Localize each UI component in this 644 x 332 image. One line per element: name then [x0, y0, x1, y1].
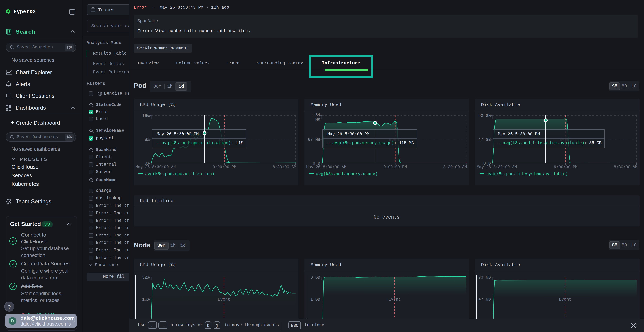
svg-text:93 GB: 93 GB	[478, 275, 491, 280]
svg-text:3 GB: 3 GB	[310, 275, 320, 280]
svg-text:1 GB: 1 GB	[310, 297, 320, 302]
svg-text:8:30:00 AM: 8:30:00 AM	[443, 165, 467, 170]
svg-text:134: 134	[313, 113, 320, 117]
svg-text:8%: 8%	[144, 138, 150, 142]
svg-text:8:30:00 AM: 8:30:00 AM	[614, 165, 638, 170]
svg-text:avg(k8s.pod.filesystem.availab: avg(k8s.pod.filesystem.available)	[486, 172, 568, 176]
svg-text:Event: Event	[559, 297, 571, 302]
svg-text:May 26 8:30:00 AM: May 26 8:30:00 AM	[306, 165, 346, 170]
svg-text:8:30:00 AM: 8:30:00 AM	[273, 165, 296, 170]
svg-text:Event: Event	[218, 297, 230, 302]
svg-text:avg(k8s.pod.cpu.utilization): avg(k8s.pod.cpu.utilization)	[145, 172, 214, 176]
svg-text:93 GB: 93 GB	[478, 114, 491, 118]
svg-text:9:00:00 PM: 9:00:00 PM	[554, 165, 578, 170]
svg-text:9:00:00 PM: 9:00:00 PM	[213, 165, 236, 170]
svg-text:Event: Event	[388, 297, 401, 302]
svg-text:47 GB: 47 GB	[478, 297, 491, 302]
svg-text:9:00:00 PM: 9:00:00 PM	[383, 165, 407, 170]
svg-text:67 MB: 67 MB	[308, 138, 320, 142]
svg-text:47 GB: 47 GB	[478, 138, 491, 142]
svg-text:16%: 16%	[142, 114, 150, 118]
svg-text:May 26 8:30:00 AM: May 26 8:30:00 AM	[477, 165, 517, 170]
svg-text:May 26 8:30:00 AM: May 26 8:30:00 AM	[136, 165, 176, 170]
svg-text:MB: MB	[315, 118, 320, 122]
svg-text:16%: 16%	[142, 297, 150, 302]
svg-text:avg(k8s.pod.memory.usage): avg(k8s.pod.memory.usage)	[316, 172, 378, 176]
svg-text:32%: 32%	[142, 275, 150, 280]
